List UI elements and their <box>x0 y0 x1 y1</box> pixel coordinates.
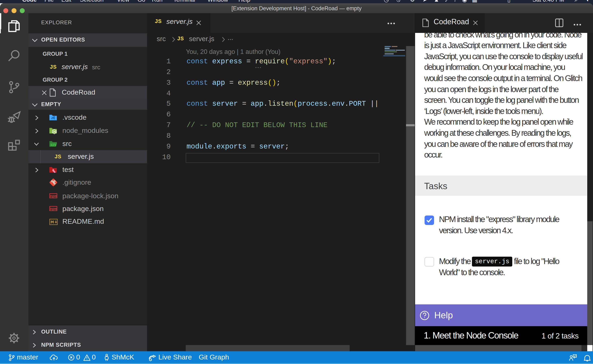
svg-text:JS: JS <box>53 130 56 133</box>
svg-text:npm: npm <box>50 194 57 198</box>
svg-text:</>: </> <box>51 143 56 147</box>
svg-text:npm: npm <box>50 207 57 211</box>
